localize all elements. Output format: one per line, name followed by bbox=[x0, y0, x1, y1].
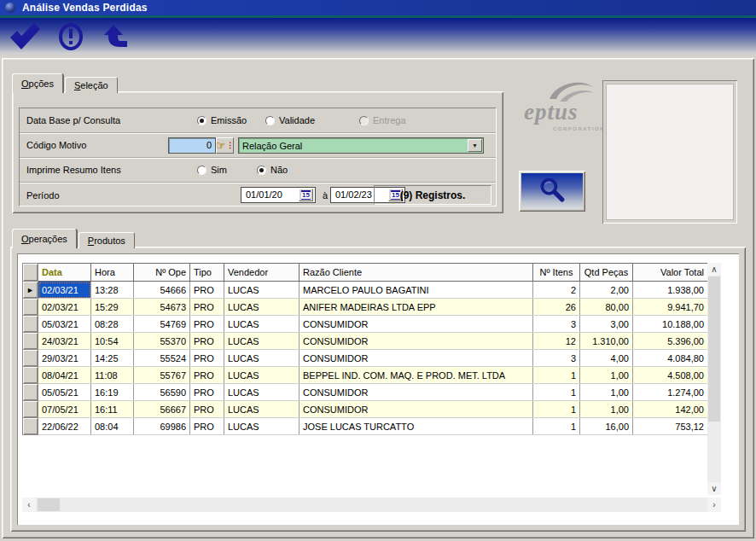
radio-validade[interactable]: Validade bbox=[265, 115, 359, 125]
row-indicator[interactable] bbox=[23, 333, 38, 350]
grid-cell[interactable]: LUCAS bbox=[224, 384, 299, 401]
grid-cell[interactable]: PRO bbox=[190, 367, 224, 384]
row-indicator[interactable] bbox=[23, 367, 38, 384]
row-indicator[interactable] bbox=[23, 299, 38, 316]
row-indicator[interactable] bbox=[23, 418, 38, 435]
grid-cell[interactable]: 1 bbox=[533, 384, 580, 401]
grid-cell[interactable]: 1.274,00 bbox=[633, 384, 708, 401]
vertical-scroll-thumb[interactable] bbox=[708, 276, 720, 422]
column-header-6[interactable]: Nº Itens bbox=[533, 264, 580, 282]
grid-cell[interactable]: LUCAS bbox=[224, 401, 299, 418]
grid-cell[interactable]: LUCAS bbox=[224, 316, 299, 333]
periodo-from-input[interactable]: 01/01/20 15 bbox=[241, 187, 316, 203]
grid-cell[interactable]: 2 bbox=[533, 282, 580, 299]
row-indicator[interactable] bbox=[23, 384, 38, 401]
scroll-right-button[interactable]: › bbox=[707, 497, 721, 512]
row-indicator[interactable] bbox=[23, 401, 38, 418]
column-header-1[interactable]: Hora bbox=[91, 264, 134, 282]
scroll-down-button[interactable]: ∨ bbox=[707, 482, 721, 495]
vertical-scrollbar[interactable]: ∧ ∨ bbox=[707, 263, 721, 495]
column-header-0[interactable]: Data bbox=[38, 264, 91, 282]
radio-não[interactable]: Não bbox=[257, 165, 288, 175]
scroll-up-button[interactable]: ∧ bbox=[707, 263, 721, 276]
grid-cell[interactable]: 15:29 bbox=[91, 299, 134, 316]
grid-cell[interactable]: 55370 bbox=[134, 333, 190, 350]
codigo-motivo-input[interactable]: 0 bbox=[168, 137, 216, 154]
grid-cell[interactable]: 56667 bbox=[134, 401, 190, 418]
grid-cell[interactable]: BEPPEL IND. COM. MAQ. E PROD. MET. LTDA bbox=[299, 367, 533, 384]
grid-cell[interactable]: 10:54 bbox=[91, 333, 134, 350]
tab-seleção[interactable]: Seleção bbox=[65, 77, 118, 93]
grid-cell[interactable]: 5.396,00 bbox=[633, 333, 708, 350]
back-button[interactable] bbox=[101, 21, 133, 52]
grid-cell[interactable]: 1 bbox=[533, 367, 580, 384]
tab-opções[interactable]: Opções bbox=[12, 73, 63, 93]
grid-cell[interactable]: PRO bbox=[190, 333, 224, 350]
grid-cell[interactable]: 4,00 bbox=[580, 350, 633, 367]
radio-emissão[interactable]: Emissão bbox=[197, 115, 265, 125]
grid-cell[interactable]: 16:19 bbox=[91, 384, 134, 401]
grid-cell[interactable]: LUCAS bbox=[224, 367, 299, 384]
grid-cell[interactable]: LUCAS bbox=[224, 282, 299, 299]
grid-cell[interactable]: 1.938,00 bbox=[633, 282, 708, 299]
grid-cell[interactable]: 14:25 bbox=[91, 350, 134, 367]
grid-cell[interactable]: 24/03/21 bbox=[38, 333, 91, 350]
column-header-2[interactable]: Nº Ope bbox=[134, 264, 190, 282]
grid-cell[interactable]: MARCELO PAULO BAGATINI bbox=[299, 282, 533, 299]
column-header-4[interactable]: Vendedor bbox=[224, 264, 299, 282]
grid-cell[interactable]: PRO bbox=[190, 401, 224, 418]
grid-cell[interactable]: 3 bbox=[533, 350, 580, 367]
grid-cell[interactable]: PRO bbox=[190, 299, 224, 316]
calendar-from-button[interactable]: 15 bbox=[299, 189, 313, 201]
grid-cell[interactable]: 29/03/21 bbox=[38, 350, 91, 367]
column-header-5[interactable]: Razão Cliente bbox=[299, 264, 533, 282]
grid-cell[interactable]: 1.310,00 bbox=[580, 333, 633, 350]
grid-cell[interactable]: 3,00 bbox=[580, 316, 633, 333]
grid-cell[interactable]: 26 bbox=[533, 299, 580, 316]
grid-cell[interactable]: 1,00 bbox=[580, 367, 633, 384]
grid-cell[interactable]: 1,00 bbox=[580, 401, 633, 418]
grid-cell[interactable]: LUCAS bbox=[224, 299, 299, 316]
grid-cell[interactable]: 753,12 bbox=[633, 418, 708, 435]
grid-cell[interactable]: 1 bbox=[533, 418, 580, 435]
grid-cell[interactable]: 56590 bbox=[134, 384, 190, 401]
grid-cell[interactable]: 02/03/21 bbox=[38, 282, 91, 299]
grid-cell[interactable]: 1,00 bbox=[580, 384, 633, 401]
column-header-8[interactable]: Valor Total bbox=[633, 264, 708, 282]
motivo-combobox[interactable]: Relação Geral ▼ bbox=[238, 137, 484, 154]
grid-cell[interactable]: 16:11 bbox=[91, 401, 134, 418]
grid-cell[interactable]: 07/05/21 bbox=[38, 401, 91, 418]
grid-cell[interactable]: 08:04 bbox=[91, 418, 134, 435]
grid-cell[interactable]: CONSUMIDOR bbox=[299, 316, 533, 333]
tab-produtos[interactable]: Produtos bbox=[79, 232, 135, 248]
grid-cell[interactable]: LUCAS bbox=[224, 418, 299, 435]
grid-cell[interactable]: CONSUMIDOR bbox=[299, 384, 533, 401]
row-indicator[interactable] bbox=[23, 350, 38, 367]
grid-cell[interactable]: PRO bbox=[190, 384, 224, 401]
grid-cell[interactable]: PRO bbox=[190, 282, 224, 299]
grid-cell[interactable]: CONSUMIDOR bbox=[299, 333, 533, 350]
grid-cell[interactable]: 10.188,00 bbox=[633, 316, 708, 333]
tab-operações[interactable]: Operações bbox=[12, 229, 77, 248]
grid-cell[interactable]: 05/05/21 bbox=[38, 384, 91, 401]
combo-dropdown-button[interactable]: ▼ bbox=[468, 139, 482, 152]
grid-cell[interactable]: CONSUMIDOR bbox=[299, 350, 533, 367]
row-indicator[interactable] bbox=[23, 316, 38, 333]
grid-cell[interactable]: 16,00 bbox=[580, 418, 633, 435]
search-button[interactable] bbox=[519, 171, 585, 212]
grid-cell[interactable]: 69986 bbox=[134, 418, 190, 435]
grid-cell[interactable]: PRO bbox=[190, 316, 224, 333]
grid-cell[interactable]: 12 bbox=[533, 333, 580, 350]
grid-cell[interactable]: 2,00 bbox=[580, 282, 633, 299]
grid-cell[interactable]: 11:08 bbox=[91, 367, 134, 384]
grid-cell[interactable]: 02/03/21 bbox=[38, 299, 91, 316]
grid-cell[interactable]: JOSE LUCAS TURCATTO bbox=[299, 418, 533, 435]
grid-cell[interactable]: LUCAS bbox=[224, 333, 299, 350]
grid-cell[interactable]: 1 bbox=[533, 401, 580, 418]
grid-cell[interactable]: 13:28 bbox=[91, 282, 134, 299]
grid-cell[interactable]: PRO bbox=[190, 350, 224, 367]
grid-cell[interactable]: 54769 bbox=[134, 316, 190, 333]
grid-cell[interactable]: 05/03/21 bbox=[38, 316, 91, 333]
grid-cell[interactable]: 142,00 bbox=[633, 401, 708, 418]
horizontal-scrollbar[interactable]: ‹ › bbox=[22, 497, 721, 512]
